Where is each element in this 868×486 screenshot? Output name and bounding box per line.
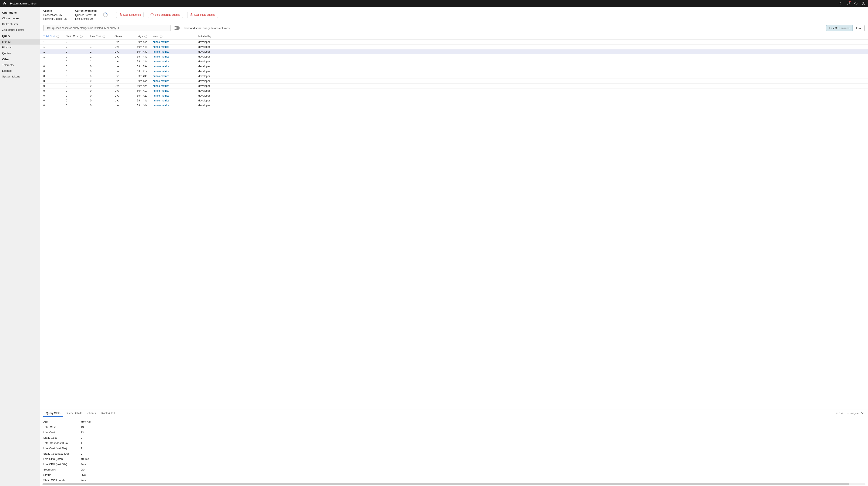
- user-avatar-icon[interactable]: [862, 1, 865, 5]
- show-columns-toggle[interactable]: [174, 26, 180, 30]
- app-logo-icon[interactable]: [3, 1, 7, 5]
- sidebar-item-monitor[interactable]: Monitor: [0, 39, 40, 44]
- table-row[interactable]: 101Live59m 44shumio-metricsdeveloper: [40, 44, 868, 50]
- filter-bar: Show additional query details columns La…: [40, 23, 868, 33]
- view-link[interactable]: humio-metrics: [153, 60, 169, 63]
- help-icon[interactable]: [854, 1, 858, 5]
- details-body[interactable]: Age59m 43sTotal Cost13Live Cost13Static …: [40, 417, 868, 483]
- chat-icon[interactable]: [846, 1, 850, 5]
- age-cell: 59m 42s: [134, 84, 151, 89]
- stop-all-queries-button[interactable]: ! Stop all queries: [116, 12, 144, 18]
- total-cost-cell: 1: [40, 50, 64, 54]
- workload-live: Live queries: 25: [75, 17, 97, 21]
- view-link[interactable]: humio-metrics: [153, 89, 169, 92]
- col-view-label: View: [153, 35, 158, 38]
- info-icon[interactable]: i: [57, 35, 59, 38]
- sidebar-item-cluster-nodes[interactable]: Cluster nodes: [0, 15, 40, 21]
- sidebar-group-title: Query: [0, 33, 40, 39]
- view-link[interactable]: humio-metrics: [153, 50, 169, 53]
- info-icon[interactable]: i: [102, 35, 105, 38]
- sidebar-item-telemetry[interactable]: Telemetry: [0, 62, 40, 68]
- initiated-by-cell: developer: [197, 84, 868, 89]
- live-cost-cell: 1: [89, 50, 113, 54]
- tab-block-kill[interactable]: Block & Kill: [98, 410, 117, 417]
- detail-row: StatusLive: [43, 472, 865, 478]
- table-row[interactable]: 000Live59m 43shumio-metricsdeveloper: [40, 74, 868, 79]
- horizontal-scrollbar[interactable]: [42, 483, 865, 485]
- detail-value: 1: [81, 442, 82, 445]
- table-row[interactable]: 000Live59m 42shumio-metricsdeveloper: [40, 93, 868, 98]
- pill-total[interactable]: Total: [853, 25, 865, 31]
- live-cost-cell: 1: [89, 44, 113, 50]
- sidebar-item-license[interactable]: License: [0, 68, 40, 74]
- info-icon[interactable]: i: [80, 35, 83, 38]
- sidebar-item-blocklist[interactable]: Blocklist: [0, 44, 40, 50]
- table-row[interactable]: 101Live59m 43shumio-metricsdeveloper: [40, 59, 868, 64]
- col-static-cost[interactable]: Static Cost i: [64, 33, 89, 40]
- view-link[interactable]: humio-metrics: [153, 75, 169, 78]
- col-view[interactable]: View i: [151, 33, 197, 40]
- table-row[interactable]: 000Live59m 41shumio-metricsdeveloper: [40, 89, 868, 93]
- detail-key: Status: [43, 473, 81, 477]
- table-row[interactable]: 000Live59m 44shumio-metricsdeveloper: [40, 103, 868, 108]
- view-cell: humio-metrics: [151, 103, 197, 108]
- info-icon[interactable]: i: [160, 35, 162, 38]
- static-cost-cell: 0: [64, 50, 89, 54]
- view-link[interactable]: humio-metrics: [153, 99, 169, 102]
- stop-exporting-queries-button[interactable]: ! Stop exporting queries: [148, 12, 183, 18]
- col-initiated-by[interactable]: Initiated by: [197, 33, 868, 40]
- view-link[interactable]: humio-metrics: [153, 45, 169, 48]
- age-cell: 59m 43s: [134, 59, 151, 64]
- table-row[interactable]: 000Live59m 39shumio-metricsdeveloper: [40, 64, 868, 69]
- view-link[interactable]: humio-metrics: [153, 55, 169, 58]
- sidebar-item-quotas[interactable]: Quotas: [0, 50, 40, 56]
- info-icon[interactable]: i: [144, 35, 147, 38]
- col-status[interactable]: Status: [113, 33, 134, 40]
- detail-value: 4ms: [81, 463, 86, 466]
- age-cell: 59m 43s: [134, 50, 151, 54]
- view-link[interactable]: humio-metrics: [153, 94, 169, 97]
- detail-value: 2ms: [81, 479, 86, 482]
- view-link[interactable]: humio-metrics: [153, 104, 169, 107]
- age-cell: 59m 43s: [134, 74, 151, 79]
- age-cell: 59m 44s: [134, 44, 151, 50]
- table-row[interactable]: 101Live59m 44shumio-metricsdeveloper: [40, 40, 868, 44]
- detail-key: Static CPU (total): [43, 479, 81, 482]
- close-panel-icon[interactable]: ✕: [860, 411, 865, 415]
- view-link[interactable]: humio-metrics: [153, 65, 169, 68]
- tab-query-details[interactable]: Query Details: [63, 410, 85, 417]
- table-row[interactable]: 101Live59m 43shumio-metricsdeveloper: [40, 54, 868, 59]
- table-row[interactable]: 000Live59m 44shumio-metricsdeveloper: [40, 79, 868, 84]
- tab-clients[interactable]: Clients: [85, 410, 98, 417]
- view-link[interactable]: humio-metrics: [153, 40, 169, 43]
- view-link[interactable]: humio-metrics: [153, 79, 169, 83]
- total-cost-cell: 0: [40, 89, 64, 93]
- initiated-by-cell: developer: [197, 74, 868, 79]
- stop-exporting-label: Stop exporting queries: [155, 13, 180, 17]
- tab-query-stats[interactable]: Query Stats: [43, 410, 63, 417]
- table-row[interactable]: 000Live59m 41shumio-metricsdeveloper: [40, 69, 868, 74]
- table-row[interactable]: 101Live59m 43shumio-metricsdeveloper: [40, 50, 868, 54]
- status-cell: Live: [113, 93, 134, 98]
- col-live-cost[interactable]: Live Cost i: [89, 33, 113, 40]
- view-link[interactable]: humio-metrics: [153, 70, 169, 73]
- col-total-cost[interactable]: Total Cost i ↓: [40, 33, 64, 40]
- queries-table-wrap[interactable]: Total Cost i ↓ Static Cost i Live Cost i: [40, 33, 868, 410]
- col-age[interactable]: Age i: [134, 33, 151, 40]
- detail-row: Static CPU (total)2ms: [43, 478, 865, 483]
- detail-value: 405ms: [81, 457, 89, 460]
- sidebar-item-system-tokens[interactable]: System tokens: [0, 74, 40, 79]
- clients-running: Running Queries: 25: [43, 17, 67, 21]
- detail-value: 1: [81, 447, 82, 450]
- view-link[interactable]: humio-metrics: [153, 85, 169, 88]
- pill-last-30-seconds[interactable]: Last 30 seconds: [826, 25, 853, 31]
- static-cost-cell: 0: [64, 103, 89, 108]
- sidebar-item-kafka-cluster[interactable]: Kafka cluster: [0, 21, 40, 27]
- stop-static-queries-button[interactable]: ! Stop static queries: [187, 12, 218, 18]
- table-row[interactable]: 000Live59m 42shumio-metricsdeveloper: [40, 84, 868, 89]
- table-row[interactable]: 000Live59m 43shumio-metricsdeveloper: [40, 98, 868, 103]
- filter-input[interactable]: [43, 25, 171, 31]
- scrollbar-thumb-icon[interactable]: [42, 483, 849, 485]
- sidebar-item-zookeeper-cluster[interactable]: Zookeeper cluster: [0, 27, 40, 33]
- megaphone-icon[interactable]: [839, 1, 842, 5]
